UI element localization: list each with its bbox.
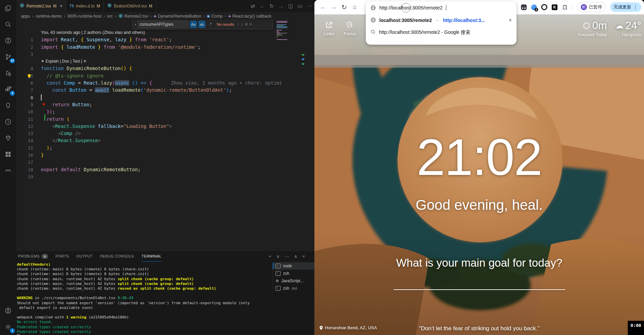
terminal-dropdown-icon[interactable]: ∨ <box>276 254 280 259</box>
run-debug-icon[interactable] <box>0 65 16 81</box>
code-line-6[interactable]: 6 const Comp = React.lazy(async () => {Z… <box>16 80 314 87</box>
source-control-icon[interactable]: 47 <box>0 49 16 65</box>
focused-today-widget[interactable]: 0m Focused Today <box>578 20 607 37</box>
regex-toggle[interactable]: .* <box>207 21 214 28</box>
custom-view-icon[interactable] <box>0 130 16 146</box>
panel-close-icon[interactable]: × <box>302 254 305 259</box>
editor-tab-index.d.ts[interactable]: TSindex.d.tsM <box>66 0 104 12</box>
remove-suggestion-icon[interactable]: × <box>509 17 512 23</box>
extension-k-icon[interactable]: K <box>552 4 557 10</box>
links-button[interactable]: Links <box>319 21 339 36</box>
panel-tab-problems[interactable]: PROBLEMS8 <box>18 251 48 262</box>
waves-view-icon[interactable] <box>0 162 16 179</box>
find-in-selection-icon[interactable]: ≡ <box>245 22 248 27</box>
refresh-icon[interactable]: ↻ <box>269 3 274 9</box>
weather-widget[interactable]: ☁24° Hangzhou <box>615 20 641 37</box>
tree-view-icon[interactable] <box>0 97 16 114</box>
browser-forward-icon[interactable]: → <box>331 0 337 14</box>
goal-input[interactable] <box>393 289 565 290</box>
panel-tab-ports[interactable]: PORTS <box>55 251 69 262</box>
code-line-10[interactable]: 10 }); <box>16 108 314 115</box>
code-line-14[interactable]: 14 </React.Suspense> <box>16 137 314 144</box>
tab-close-icon[interactable]: × <box>60 3 63 8</box>
toggle-panel-icon[interactable]: ▭ <box>298 3 303 9</box>
split-editor-icon[interactable]: ◫ <box>288 3 293 9</box>
code-line-15[interactable]: 15 ); <box>16 144 314 152</box>
panel-tab-terminal[interactable]: TERMINAL <box>142 251 162 262</box>
breadcrumb-item[interactable]: apps <box>21 14 30 19</box>
lightbulb-icon[interactable] <box>28 74 31 77</box>
terminal-session-zsh[interactable]: >_zsh <box>273 270 314 277</box>
code-line-12[interactable]: 12 <React.Suspense fallback="Loading But… <box>16 123 314 130</box>
url-field[interactable]: http://localhost:3005/remote2 <box>366 1 517 14</box>
editor-tab-ButtonOldAnt.tsx[interactable]: ButtonOldAnt.tsxM <box>104 0 156 12</box>
code-line-9[interactable]: 9 return Button; <box>16 101 314 108</box>
extensions-icon[interactable]: 4 <box>0 81 16 97</box>
code-line-1[interactable]: 1import React, { Suspense, lazy } from '… <box>16 36 314 43</box>
terminal-session-JavaScript...[interactable]: ⚙JavaScript... <box>273 277 314 285</box>
open-changes-icon[interactable]: ⇄ <box>251 3 255 9</box>
extension-dark-icon[interactable] <box>521 4 527 10</box>
code-line-16[interactable]: 16} <box>16 152 314 159</box>
match-case-toggle[interactable]: Aa <box>190 21 197 28</box>
code-line-3[interactable]: 3 <box>16 51 314 58</box>
terminal-output[interactable]: defaultVendors)chunk (runtime: main) 6 b… <box>17 262 272 335</box>
breadcrumb-item[interactable]: Remote2.tsx <box>118 14 148 19</box>
terminal-session-node[interactable]: >_node <box>273 262 314 270</box>
terminal-session-zsh[interactable]: >_zshdist <box>273 285 314 292</box>
explorer-icon[interactable] <box>0 0 16 16</box>
account-icon[interactable] <box>0 303 16 319</box>
timeline-view-icon[interactable] <box>0 114 16 130</box>
panel-maximize-icon[interactable]: ∧ <box>294 254 297 259</box>
code-line-11[interactable]: 11 return ( <box>16 116 314 123</box>
suggestion-site[interactable]: localhost:3005/remote2-http://localhost:… <box>366 14 517 26</box>
grid-view-icon[interactable] <box>0 146 16 162</box>
find-previous-icon[interactable]: ↑ <box>237 22 240 27</box>
whole-word-toggle[interactable]: ab <box>198 21 205 28</box>
code-line-13[interactable]: 13 <Comp /> <box>16 130 314 137</box>
focus-button[interactable]: Focus <box>340 21 360 36</box>
breadcrumb-item[interactable]: ▣Comp <box>207 14 223 19</box>
browser-reload-icon[interactable]: ↻ <box>341 0 347 14</box>
codelens[interactable]: ✦ Explain | Doc | Test | ✕ <box>16 58 314 65</box>
new-terminal-icon[interactable]: + <box>269 254 271 259</box>
breadcrumb-item[interactable]: ◈React.lazy() callback <box>228 14 271 19</box>
breadcrumb-item[interactable]: src <box>107 14 113 19</box>
more-actions-icon[interactable]: ⋯ <box>307 3 312 9</box>
editor-tab-Remote2.tsx[interactable]: Remote2.tsxM× <box>16 0 66 12</box>
code-editor[interactable]: You, 43 seconds ago | 2 authors (Zhou xi… <box>16 20 314 250</box>
browser-back-icon[interactable]: ← <box>320 0 326 14</box>
breadcrumb-item[interactable]: ◈DynamicRemoteButton <box>153 14 201 19</box>
panel-tab-debug-console[interactable]: DEBUG CONSOLE <box>100 251 134 262</box>
forward-icon[interactable]: → <box>279 3 284 9</box>
minimap[interactable] <box>277 21 288 42</box>
suggestion-search[interactable]: http://localhost:3005/remote2 - Google 搜… <box>366 26 517 39</box>
panel-tab-output[interactable]: OUTPUT <box>76 251 93 262</box>
breadcrumb-item[interactable]: 3005-runtime-host <box>67 14 101 19</box>
extension-ring-icon[interactable] <box>541 4 547 10</box>
browser-home-icon[interactable]: ⌂ <box>353 0 356 14</box>
code-line-7[interactable]: 7 const Button = await loadRemote('dynam… <box>16 87 314 94</box>
find-expand-icon[interactable]: › <box>135 22 136 27</box>
code-line-8[interactable]: 8 <box>16 94 314 101</box>
breadcrumb-item[interactable]: runtime-demo <box>35 14 62 19</box>
code-line-2[interactable]: 2import { loadRemote } from '@module-fed… <box>16 44 314 51</box>
back-icon[interactable]: ← <box>260 3 265 9</box>
paused-extension-pill[interactable]: 航 已暂停 <box>577 2 606 12</box>
code-line-17[interactable]: 17 <box>16 159 314 166</box>
panel-more-icon[interactable]: ⋯ <box>285 254 289 259</box>
find-next-icon[interactable]: ↓ <box>241 22 243 27</box>
code-line-5[interactable]: 5 // @ts-ignore ignore <box>16 72 314 80</box>
code-line-18[interactable]: 18export default DynamicRemoteButton; <box>16 166 314 173</box>
extension-globe-icon[interactable]: 1 <box>531 4 537 10</box>
find-input[interactable] <box>138 21 188 28</box>
extensions-puzzle-icon[interactable] <box>562 4 568 10</box>
find-close-icon[interactable]: × <box>249 22 252 27</box>
code-line-19[interactable]: 19 <box>16 173 314 180</box>
finish-update-button[interactable]: 完成更新 ⋮ <box>610 2 641 12</box>
settings-gear-icon[interactable]: 1 <box>0 319 16 335</box>
code-line-4[interactable]: 4function DynamicRemoteButton() { <box>16 65 314 72</box>
remote-explorer-icon[interactable] <box>0 32 16 49</box>
search-icon[interactable] <box>0 16 16 32</box>
url-text[interactable]: http://localhost:3005/remote2 <box>379 5 443 10</box>
